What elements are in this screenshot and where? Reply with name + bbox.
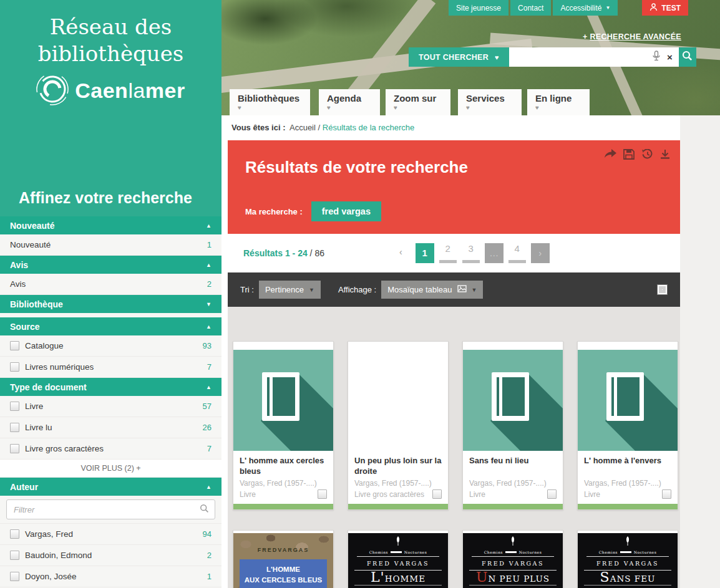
nav-tab-zoom-sur[interactable]: Zoom sur♥ — [386, 89, 450, 115]
result-card[interactable]: CheminsNocturnes FRED VARGAS L'HOMME A L… — [348, 530, 449, 588]
select-record-checkbox[interactable] — [432, 489, 442, 499]
checkbox[interactable] — [10, 423, 19, 432]
brand-wordmark: Réseau des bibliothèques — [0, 0, 221, 67]
pager-page-4[interactable]: 4 — [508, 243, 527, 263]
search-submit-button[interactable] — [679, 47, 696, 67]
book-placeholder-icon[interactable] — [463, 350, 563, 451]
search-icon[interactable] — [200, 504, 209, 516]
facet-header-bibliotheque[interactable]: Bibliothèque▼ — [0, 295, 221, 313]
nav-tab-services[interactable]: Services♥ — [458, 89, 522, 115]
book-placeholder-icon[interactable] — [578, 350, 678, 451]
facet-item-catalogue[interactable]: Catalogue 93 — [0, 335, 221, 357]
sort-label: Tri : — [240, 285, 254, 294]
pager-ellipsis[interactable]: … — [485, 243, 504, 263]
accessibility-button[interactable]: Accessibilité▼ — [553, 0, 618, 16]
advanced-search-link[interactable]: + RECHERCHE AVANCÉE — [583, 32, 681, 41]
facet-item-doyon-josee[interactable]: Doyon, Josée 1 — [0, 566, 221, 587]
search-term-tag[interactable]: fred vargas — [311, 201, 381, 221]
checkbox[interactable] — [10, 402, 19, 411]
banner-actions — [604, 149, 670, 160]
topbar: Site jeunesse Contact Accessibilité▼ TES… — [449, 0, 688, 16]
blank-cover[interactable] — [348, 350, 448, 451]
sort-bar: Tri : Pertinence ▼ Affichage : Mosaïque … — [228, 272, 680, 307]
checkbox[interactable] — [10, 341, 19, 350]
cover-title: L'HOMME A L'ENVERS — [354, 570, 442, 588]
facet-header-avis[interactable]: Avis▲ — [0, 256, 221, 274]
checkbox[interactable] — [10, 362, 19, 372]
result-card[interactable]: L' homme à l'envers Vargas, Fred (1957-.… — [577, 341, 678, 510]
result-title[interactable]: Un peu plus loin sur la droite — [354, 456, 442, 477]
select-record-checkbox[interactable] — [318, 489, 327, 499]
book-cover[interactable]: FREDVARGAS L'HOMME AUX CERCLES BLEUS — [233, 533, 333, 588]
checkbox[interactable] — [10, 572, 19, 581]
logo-area[interactable]: Réseau des bibliothèques Caenlamer Affin… — [0, 0, 221, 216]
facet-item-livre[interactable]: Livre 57 — [0, 396, 221, 417]
facet-header-nouveaute[interactable]: Nouveauté▲ — [0, 216, 221, 234]
result-author[interactable]: Vargas, Fred (1957-....) — [469, 479, 557, 488]
pagination-row: Résultats 1 - 24 / 86 ‹ 1 2 3 … 4 › — [228, 234, 680, 272]
facet-item-nouveaute[interactable]: Nouveauté 1 — [0, 234, 221, 256]
select-record-checkbox[interactable] — [547, 489, 557, 499]
heart-chevron-icon: ♥ — [535, 104, 590, 111]
facet-item-livre-lu[interactable]: Livre lu 26 — [0, 417, 221, 438]
facet-count: 57 — [203, 402, 212, 411]
book-cover[interactable]: CheminsNocturnes FRED VARGAS SANS FEU NI… — [578, 533, 678, 588]
nav-tab-en-ligne[interactable]: En ligne♥ — [527, 89, 590, 115]
checkbox[interactable] — [10, 529, 19, 539]
facet-header-type-document[interactable]: Type de document▲ — [0, 378, 221, 396]
main-area: Site jeunesse Contact Accessibilité▼ TES… — [221, 0, 720, 588]
facet-count: 94 — [203, 529, 212, 539]
result-title[interactable]: Sans feu ni lieu — [469, 456, 557, 477]
contact-button[interactable]: Contact — [510, 0, 551, 16]
search-input[interactable] — [509, 52, 652, 62]
sort-dropdown[interactable]: Pertinence ▼ — [259, 281, 321, 299]
result-card[interactable]: CheminsNocturnes FRED VARGAS SANS FEU NI… — [577, 530, 678, 588]
nav-tab-agenda[interactable]: Agenda♥ — [319, 89, 380, 115]
result-card[interactable]: Un peu plus loin sur la droite Vargas, F… — [348, 341, 449, 510]
checkbox[interactable] — [10, 551, 19, 560]
facet-header-source[interactable]: Source▲ — [0, 317, 221, 335]
display-dropdown[interactable]: Mosaïque tableau ▼ — [381, 281, 483, 299]
microphone-icon[interactable] — [652, 51, 661, 64]
history-icon[interactable] — [641, 149, 653, 160]
author-filter-input[interactable] — [12, 504, 200, 515]
result-title[interactable]: L' homme à l'envers — [584, 456, 671, 477]
result-author[interactable]: Vargas, Fred (1957-....) — [584, 479, 671, 488]
search-scope-dropdown[interactable]: TOUT CHERCHER♥ — [409, 47, 509, 67]
checkbox[interactable] — [10, 444, 19, 453]
facet-item-baudoin-edmond[interactable]: Baudoin, Edmond 2 — [0, 545, 221, 566]
chevron-down-icon: ▼ — [309, 287, 314, 293]
facet-header-auteur[interactable]: Auteur▲ — [0, 478, 221, 496]
breadcrumb-home[interactable]: Accueil — [289, 123, 316, 132]
see-more-button[interactable]: VOIR PLUS (2) + — [0, 460, 221, 478]
account-login-button[interactable]: TEST — [642, 0, 688, 16]
pager-next[interactable]: › — [531, 243, 550, 263]
book-cover[interactable]: CheminsNocturnes FRED VARGAS L'HOMME A L… — [348, 533, 448, 588]
pager-page-1[interactable]: 1 — [416, 243, 434, 263]
select-all-checkbox[interactable] — [657, 284, 668, 295]
download-icon[interactable] — [660, 149, 670, 160]
facet-item-livres-numeriques[interactable]: Livres numériques 7 — [0, 357, 221, 378]
site-jeunesse-button[interactable]: Site jeunesse — [449, 0, 508, 16]
result-card[interactable]: L' homme aux cercles bleus Vargas, Fred … — [233, 341, 334, 510]
save-icon[interactable] — [623, 149, 635, 160]
pager-page-3[interactable]: 3 — [462, 243, 480, 263]
result-author[interactable]: Vargas, Fred (1957-....) — [354, 479, 442, 488]
facet-item-livre-gros-caracteres[interactable]: Livre gros caractères 7 — [0, 438, 221, 460]
book-cover[interactable]: CheminsNocturnes FRED VARGAS UN PEU PLUS… — [463, 533, 563, 588]
pager-page-2[interactable]: 2 — [439, 243, 457, 263]
select-record-checkbox[interactable] — [662, 489, 671, 499]
pager-prev[interactable]: ‹ — [399, 247, 402, 257]
result-title[interactable]: L' homme aux cercles bleus — [240, 456, 327, 477]
nav-tab-bibliotheques[interactable]: Bibliothèques♥ — [230, 89, 310, 115]
result-author[interactable]: Vargas, Fred (1957-....) — [240, 479, 327, 488]
clear-search-icon[interactable]: × — [667, 52, 673, 62]
facet-count: 26 — [203, 423, 212, 432]
book-placeholder-icon[interactable] — [233, 350, 333, 451]
facet-item-avis[interactable]: Avis 2 — [0, 274, 221, 295]
facet-item-vargas-fred[interactable]: Vargas, Fred 94 — [0, 524, 221, 545]
share-icon[interactable] — [604, 149, 616, 160]
result-card[interactable]: CheminsNocturnes FRED VARGAS UN PEU PLUS… — [462, 530, 563, 588]
result-card[interactable]: Sans feu ni lieu Vargas, Fred (1957-....… — [462, 341, 563, 510]
result-card[interactable]: FREDVARGAS L'HOMME AUX CERCLES BLEUS — [233, 530, 334, 588]
